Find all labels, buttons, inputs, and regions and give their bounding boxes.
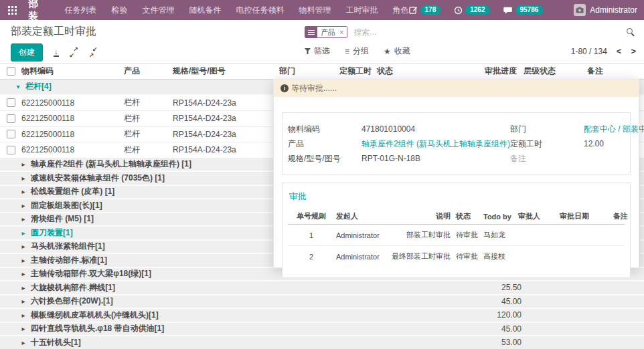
field-label: 物料编码 xyxy=(288,123,361,136)
app-name[interactable]: 部装 xyxy=(28,0,42,23)
group-row[interactable]: ▸模板缝纫机皮革机机头(冲缝机头)[1] 120.00 xyxy=(0,309,644,323)
group-sum: 45.00 xyxy=(462,324,526,334)
field-label: 备注 xyxy=(510,152,584,165)
create-button[interactable]: 创建 xyxy=(11,43,43,62)
group-label: 六针换色部件(20W).[1] xyxy=(31,296,113,307)
nav-menu-item-spare-parts[interactable]: 随机备件 xyxy=(189,5,222,16)
group-row[interactable]: ▸六针换色部件(20W).[1] 45.00 xyxy=(0,296,644,310)
cell-material-code: 622125000118 xyxy=(21,145,124,154)
search-icon[interactable] xyxy=(627,28,635,36)
caret-right-icon: ▸ xyxy=(20,339,27,346)
approval-header-todo-by: Todo by xyxy=(482,209,517,225)
row-checkbox[interactable] xyxy=(7,98,15,107)
header-product[interactable]: 产品 xyxy=(124,66,173,77)
nav-menu-item-hours-approval[interactable]: 工时审批 xyxy=(346,5,378,16)
nav-menu-item-elec-picking[interactable]: 电控任务领料 xyxy=(236,5,285,16)
caret-right-icon: ▸ xyxy=(20,160,27,168)
filters-menu[interactable]: 筛选 xyxy=(305,45,330,57)
collapse-all-icon[interactable]: ↗ ↙ xyxy=(89,48,98,57)
search-options-row: 筛选 ≡ 分组 ★ 收藏 1-80 / 134 < > xyxy=(305,45,636,57)
row-checkbox[interactable] xyxy=(7,114,15,123)
approval-header-approver: 审批人 xyxy=(517,209,558,225)
filter-icon xyxy=(305,48,311,54)
header-approval-progress[interactable]: 审批进度 xyxy=(469,66,522,77)
cell-material-code: 622125000118 xyxy=(21,130,124,139)
group-row[interactable]: ▸大旋梭机构部件.辫线[1] 25.50 xyxy=(0,281,644,296)
nav-menu-item-inspection[interactable]: 检验 xyxy=(112,5,128,16)
header-material-code[interactable]: 物料编码 xyxy=(21,66,124,77)
group-label-wrap: ▸大旋梭机构部件.辫线[1] xyxy=(0,282,462,294)
chat-count: 95786 xyxy=(515,5,544,15)
control-panel: 部装定额工时审批 创建 ↓ ↗ ↙ ↗ ↙ 产品 × xyxy=(0,20,644,64)
header-hierarchy-status[interactable]: 层级状态 xyxy=(522,66,587,77)
messages-count: 178 xyxy=(420,5,441,15)
field-value-link[interactable]: 轴承座件2组件 (新马头机上轴轴承座组件) xyxy=(361,138,510,150)
nav-menu-item-material-mgmt[interactable]: 物料管理 xyxy=(299,5,331,16)
header-standard-hours[interactable]: 定额工时 xyxy=(339,66,372,77)
chat-badge[interactable]: 95786 xyxy=(503,5,544,15)
approval-header-description: 说明 xyxy=(388,209,452,225)
approval-header-date: 审批日期 xyxy=(558,209,612,225)
field-label: 产品 xyxy=(288,138,361,150)
approval-header-initiator: 发起人 xyxy=(335,209,388,225)
nav-menu-item-task-list[interactable]: 任务列表 xyxy=(65,5,97,16)
approval-cell-date xyxy=(558,225,612,246)
approval-cell-description: 部装工时审批 xyxy=(388,225,452,246)
caret-right-icon: ▸ xyxy=(20,215,27,223)
apps-grid-icon[interactable] xyxy=(7,6,19,15)
group-sum: 53.00 xyxy=(462,338,526,347)
nav-menu-item-roles[interactable]: 角色 xyxy=(393,5,409,16)
pager-next-button[interactable]: > xyxy=(631,46,636,56)
search-facet-product[interactable]: 产品 × xyxy=(305,26,347,38)
group-label-wrap: ▸模板缝纫机皮革机机头(冲缝机头)[1] xyxy=(0,310,462,321)
activities-badge[interactable]: 1262 xyxy=(454,5,489,15)
group-sum: 25.50 xyxy=(462,283,526,292)
approval-cell-todo-by: 高接枝 xyxy=(482,246,517,267)
approval-header-seq: 单号规则 xyxy=(288,209,335,225)
approval-cell-note xyxy=(612,225,625,246)
cell-spec: RP154A-D24-23a xyxy=(173,145,279,154)
cell-product: 栏杆 xyxy=(124,113,173,124)
messages-badge[interactable]: 178 xyxy=(409,5,441,15)
caret-right-icon: ▸ xyxy=(20,312,27,319)
group-label: 大旋梭机构部件.辫线[1] xyxy=(31,282,115,294)
group-label-wrap: ▸十五针机头[1] xyxy=(0,337,462,348)
favorite-star-icon: ★ xyxy=(384,47,391,56)
record-fields-card: 物料编码 471801010004 产品 轴承座件2组件 (新马头机上轴轴承座组… xyxy=(282,112,631,174)
header-spec[interactable]: 规格/型号/图号 xyxy=(173,66,279,77)
select-all-checkbox[interactable] xyxy=(7,67,15,76)
cell-product: 栏杆 xyxy=(124,97,173,108)
header-status[interactable]: 状态 xyxy=(372,66,469,77)
nav-menu-item-file-mgmt[interactable]: 文件管理 xyxy=(143,5,175,16)
header-note[interactable]: 备注 xyxy=(587,66,644,77)
row-select-cell xyxy=(0,114,21,123)
search-input[interactable] xyxy=(352,27,627,37)
pending-approval-banner: i 等待审批...... xyxy=(274,80,639,97)
group-row[interactable]: ▸十五针机头[1] 53.00 xyxy=(0,336,644,349)
caret-right-icon: ▸ xyxy=(20,298,27,305)
filters-label: 筛选 xyxy=(314,45,330,57)
row-select-cell xyxy=(0,98,21,107)
caret-right-icon: ▸ xyxy=(20,188,27,195)
header-department[interactable]: 部门 xyxy=(279,66,339,77)
export-icon[interactable]: ↓ xyxy=(54,48,59,57)
messages-icon xyxy=(409,6,418,15)
pager-prev-button[interactable]: < xyxy=(617,46,622,56)
field-value-link[interactable]: 配套中心 / 部装中队 xyxy=(584,123,644,136)
caret-right-icon: ▸ xyxy=(20,284,27,292)
top-navbar: 部装 任务列表 检验 文件管理 随机备件 电控任务领料 物料管理 工时审批 角色… xyxy=(0,0,644,20)
row-checkbox[interactable] xyxy=(7,130,15,138)
expand-all-icon[interactable]: ↗ ↙ xyxy=(70,48,78,57)
approval-cell-initiator: Administrator xyxy=(335,225,388,246)
group-row[interactable]: ▸四针直线导轨机头.φ18 带自动供油[1] 45.00 xyxy=(0,323,644,337)
facet-remove-icon[interactable]: × xyxy=(339,27,347,37)
field-note: 备注 xyxy=(510,152,644,165)
cell-material-code: 622125000118 xyxy=(21,98,124,108)
user-menu[interactable]: Administrator xyxy=(574,4,637,16)
group-label-wrap: ▸四针直线导轨机头.φ18 带自动供油[1] xyxy=(0,323,462,334)
favorites-menu[interactable]: ★ 收藏 xyxy=(384,45,410,57)
caret-right-icon: ▸ xyxy=(20,202,27,209)
row-checkbox[interactable] xyxy=(7,146,15,154)
caret-right-icon: ▸ xyxy=(20,243,27,250)
groupby-menu[interactable]: ≡ 分组 xyxy=(345,45,369,57)
